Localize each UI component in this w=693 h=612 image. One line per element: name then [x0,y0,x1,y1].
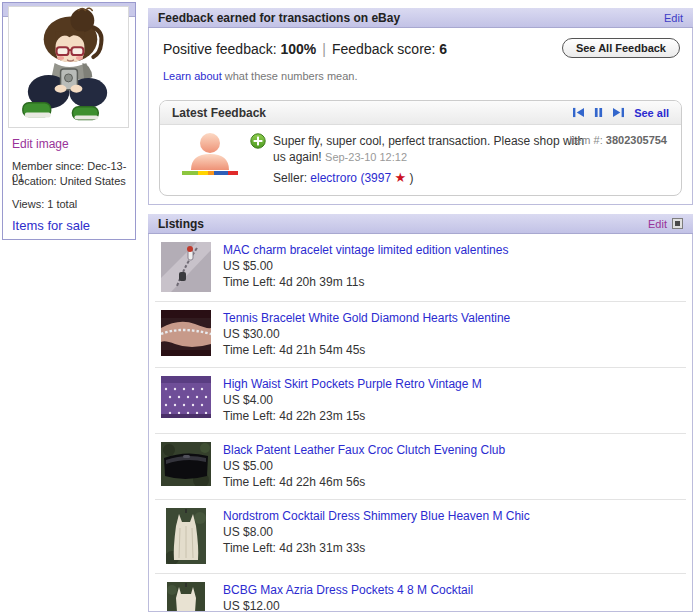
seller-score-close: ) [409,171,413,185]
location-value: United States [60,175,126,187]
listing-thumbnail[interactable] [159,376,213,424]
plus-circle-icon [250,133,266,149]
listing-price: US $5.00 [223,458,505,474]
profile-sidebar: Edit image Member since: Dec-13-01 Locat… [2,2,136,240]
listing-time-left: Time Left: 4d 22h 46m 56s [223,474,505,490]
positive-feedback-value: 100% [281,41,317,57]
item-number-value: 3802305754 [606,134,667,146]
listing-details: Nordstrom Cocktail Dress Shimmery Blue H… [223,508,530,564]
listing-thumbnail[interactable] [159,508,213,564]
feedback-stats: Positive feedback: 100%|Feedback score: … [163,41,447,57]
listing-row: MAC charm bracelet vintage limited editi… [155,234,686,302]
listing-details: Black Patent Leather Faux Croc Clutch Ev… [223,442,505,490]
time-left-label: Time Left: [223,275,276,289]
seller-name-link[interactable]: electroro [310,171,357,185]
listing-time-left: Time Left: 4d 22h 23m 15s [223,408,482,424]
skip-next-icon[interactable] [612,107,625,118]
seller-label: Seller: [273,171,307,185]
listing-price: US $5.00 [223,258,508,274]
time-left-label: Time Left: [223,343,276,357]
listings-module-header: Listings Edit [148,214,693,234]
listing-row: BCBG Max Azria Dress Pockets 4 8 M Cockt… [155,574,686,612]
skip-previous-icon[interactable] [572,107,585,118]
listing-thumbnail[interactable] [159,310,213,358]
time-left-value: 4d 23h 31m 33s [279,541,365,555]
feedback-comment-block: Super fly, super cool, perfect transacti… [273,133,591,186]
learn-about-text: what these numbers mean. [225,70,358,82]
red-star-icon[interactable]: ★ [394,170,406,185]
listing-time-left: Time Left: 4d 21h 54m 45s [223,342,510,358]
positive-feedback-label: Positive feedback: [163,41,277,57]
feedback-score-label: Feedback score: [332,41,436,57]
item-number-label: Item #: [569,134,603,146]
listing-title-link[interactable]: Tennis Bracelet White Gold Diamond Heart… [223,311,510,325]
listing-row: Tennis Bracelet White Gold Diamond Heart… [155,302,686,368]
listing-details: Tennis Bracelet White Gold Diamond Heart… [223,310,510,358]
listing-thumbnail[interactable] [159,582,213,612]
avatar-silhouette-icon [187,132,233,170]
listing-thumbnail[interactable] [159,242,213,292]
feedback-comment: Super fly, super cool, perfect transacti… [273,134,584,164]
location: Location: United States [12,175,126,187]
listing-title-link[interactable]: Black Patent Leather Faux Croc Clutch Ev… [223,443,505,457]
seller-score-link[interactable]: 3997 [364,171,391,185]
feedback-module-title: Feedback earned for transactions on eBay [158,11,400,25]
listings-module-title: Listings [158,217,204,231]
listing-title-link[interactable]: High Waist Skirt Pockets Purple Retro Vi… [223,377,482,391]
listings-edit-link[interactable]: Edit [648,218,667,230]
time-left-value: 4d 20h 39m 11s [279,275,364,289]
listing-details: BCBG Max Azria Dress Pockets 4 8 M Cockt… [223,582,473,612]
item-number-line: Item #: 3802305754 [569,134,667,146]
feedback-module-header: Feedback earned for transactions on eBay… [148,8,693,28]
views-value: 1 total [47,198,77,210]
views: Views: 1 total [12,198,77,210]
time-left-value: 4d 21h 54m 45s [279,343,365,357]
default-member-avatar [187,132,233,175]
learn-about-line: Learn about what these numbers mean. [163,70,357,82]
listing-row: Black Patent Leather Faux Croc Clutch Ev… [155,434,686,500]
listings-rows: MAC charm bracelet vintage limited editi… [149,234,692,612]
see-all-feedback-button[interactable]: See All Feedback [562,38,680,58]
latest-feedback-header: Latest Feedback See all [160,101,681,125]
items-for-sale-link[interactable]: Items for sale [12,218,90,233]
listing-price: US $8.00 [223,524,530,540]
listing-details: High Waist Skirt Pockets Purple Retro Vi… [223,376,482,424]
time-left-value: 4d 22h 46m 56s [279,475,365,489]
listing-title-link[interactable]: Nordstrom Cocktail Dress Shimmery Blue H… [223,509,530,523]
listing-price: US $30.00 [223,326,510,342]
listing-time-left: Time Left: 4d 23h 31m 33s [223,540,530,556]
listings-module-body: MAC charm bracelet vintage limited editi… [148,234,693,612]
location-label: Location: [12,175,57,187]
feedback-edit-link[interactable]: Edit [664,12,683,24]
listing-row: Nordstrom Cocktail Dress Shimmery Blue H… [155,500,686,574]
latest-feedback-box: Latest Feedback See all [159,100,682,196]
listing-title-link[interactable]: BCBG Max Azria Dress Pockets 4 8 M Cockt… [223,583,473,597]
listing-price: US $12.00 [223,598,473,612]
latest-feedback-title: Latest Feedback [172,106,266,120]
listing-price: US $4.00 [223,392,482,408]
collapse-icon[interactable] [672,218,683,229]
time-left-label: Time Left: [223,541,276,555]
seller-line: Seller: electroro (3997 ★ ) [273,170,591,186]
edit-image-link[interactable]: Edit image [12,137,69,151]
pause-icon[interactable] [594,107,603,118]
feedback-score-value: 6 [439,41,447,57]
latest-feedback-content: Super fly, super cool, perfect transacti… [160,125,681,196]
latest-feedback-see-all-link[interactable]: See all [634,107,669,119]
avatar-color-bar [182,171,238,175]
time-left-value: 4d 22h 23m 15s [279,409,365,423]
stats-divider: | [316,41,332,57]
listing-details: MAC charm bracelet vintage limited editi… [223,242,508,292]
views-label: Views: [12,198,44,210]
time-left-label: Time Left: [223,475,276,489]
listing-title-link[interactable]: MAC charm bracelet vintage limited editi… [223,243,508,257]
listing-row: High Waist Skirt Pockets Purple Retro Vi… [155,368,686,434]
member-since-label: Member since: [12,160,84,172]
time-left-label: Time Left: [223,409,276,423]
learn-about-link[interactable]: Learn about [163,70,222,82]
listing-time-left: Time Left: 4d 20h 39m 11s [223,274,508,290]
member-avatar [8,6,129,128]
listing-thumbnail[interactable] [159,442,213,490]
feedback-timestamp: Sep-23-10 12:12 [325,151,407,163]
member-avatar-illustration [9,7,128,127]
